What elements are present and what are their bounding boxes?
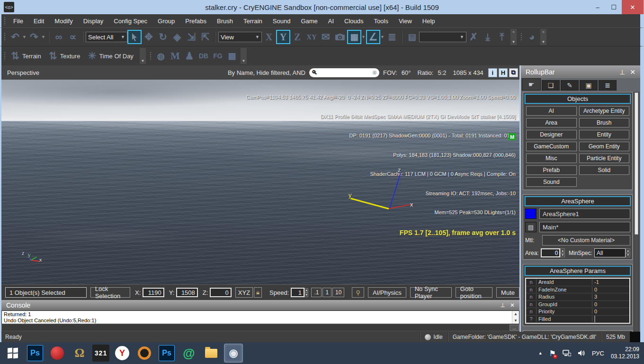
rollup-scrollbar[interactable] (634, 92, 639, 332)
redo-dropdown-icon[interactable]: ▼ (41, 35, 46, 39)
menu-tools[interactable]: Tools (369, 15, 394, 27)
terrain-button[interactable]: ⇅Terrain (8, 49, 41, 63)
move-tool-icon[interactable]: ✥ (142, 30, 156, 44)
objects-header[interactable]: Objects (525, 94, 630, 103)
object-button-prefab[interactable]: Prefab (526, 165, 577, 175)
hidden-icons-arrow[interactable]: ▲ (538, 351, 543, 355)
menu-help[interactable]: Help (417, 15, 440, 27)
param-row-fadeinzone[interactable]: nFadeInZone0 (526, 286, 629, 294)
perspective-viewport[interactable]: CamPos=1104.53 1465.75 41.42 Angl=-20 0 … (1, 80, 519, 284)
taskbar-mail-agent-icon[interactable]: @ (179, 344, 198, 363)
view-combo[interactable]: View▼ (218, 32, 262, 42)
selection-mode-combo[interactable]: Select All▼ (86, 32, 127, 42)
layer-field[interactable]: Main* (539, 222, 630, 232)
menu-ai[interactable]: AI (323, 15, 339, 27)
console-input-row[interactable]: ... (1, 324, 519, 331)
scroll-up-icon[interactable]: ▲ (514, 311, 518, 317)
param-row-groupid[interactable]: nGroupId0 (526, 301, 629, 309)
time-of-day-button[interactable]: ☀Time Of Day (85, 49, 133, 63)
pin-icon[interactable]: ⊥ (619, 68, 625, 76)
tab-modelling[interactable]: ✎ (561, 80, 579, 91)
named-selection-combo[interactable]: ▼ (419, 32, 466, 42)
object-button-geom-entity[interactable]: Geom Entity (579, 142, 630, 151)
texture-button[interactable]: ⇅Texture (46, 49, 80, 63)
object-button-gamecustom[interactable]: GameCustom (526, 142, 577, 151)
taskbar-orange-app-icon[interactable] (135, 344, 154, 363)
lock-z-axis-button[interactable]: Z (290, 30, 304, 44)
area-input[interactable]: 0 (541, 248, 561, 257)
snap-angle-icon[interactable]: ∠ (366, 30, 380, 44)
lock-y-axis-button[interactable]: Y (276, 30, 290, 44)
custom-material-button[interactable]: <No Custom Material> (542, 235, 630, 246)
fov-value[interactable]: 60° (402, 69, 411, 76)
areasphere-params-header[interactable]: AreaSphere Params (525, 266, 630, 275)
action-center-flag-icon[interactable]: ⚑✕ (549, 349, 556, 358)
snap-grid-icon[interactable]: ▦ (347, 30, 361, 44)
speed-spinner[interactable]: ▲▼ (304, 288, 308, 297)
export-level-icon[interactable]: ⤒ (495, 30, 509, 44)
tab-layers[interactable]: ≣ (599, 80, 617, 91)
undo-dropdown-icon[interactable]: ▼ (22, 35, 27, 39)
taskbar-clock[interactable]: 22:09 03.12.2013 (611, 346, 639, 360)
object-button-particle-entity[interactable]: Particle Entity (579, 154, 630, 163)
menu-display[interactable]: Display (78, 15, 109, 27)
toolbar-overflow[interactable]: ▼ (241, 48, 247, 64)
mute-button[interactable]: Mute (496, 287, 519, 298)
menu-brush[interactable]: Brush (212, 15, 238, 27)
link-icon[interactable]: ∞ (52, 30, 66, 44)
scrollbar-thumb[interactable] (635, 92, 638, 235)
ai-physics-button[interactable]: AI/Physics (368, 287, 406, 298)
area-spinner[interactable]: ▲▼ (560, 248, 565, 257)
resolution-value[interactable]: 1085 x 434 (453, 69, 483, 76)
start-button[interactable] (3, 344, 22, 363)
menu-prefabs[interactable]: Prefabs (180, 15, 212, 27)
lock-axis-icon[interactable]: 🔒︎ (254, 287, 262, 298)
tab-display[interactable]: ▣ (580, 80, 598, 91)
layout-grid-icon[interactable]: ▩ (225, 49, 239, 63)
save-level-icon[interactable]: ⤓ (481, 30, 495, 44)
named-selection-icon[interactable]: ▤ (405, 30, 419, 44)
speed-preset-1[interactable]: 1 (322, 288, 331, 297)
toolbar-grip[interactable] (4, 52, 6, 60)
minspec-spinner[interactable]: ▲▼ (626, 248, 630, 257)
x-coordinate-input[interactable]: 1190 (143, 288, 164, 297)
taskbar-yandex-icon[interactable]: Y (113, 344, 132, 363)
toolbar-overflow[interactable]: ▼ (140, 48, 146, 64)
tab-terrain[interactable]: ❏ (542, 80, 560, 91)
menu-config-spec[interactable]: Config Spec (108, 15, 152, 27)
menu-edit[interactable]: Edit (28, 15, 49, 27)
info-toggle-button[interactable]: i (488, 68, 497, 77)
scale-tool-icon[interactable]: ◈ (170, 30, 184, 44)
select-terrain-icon[interactable]: ⇱ (198, 30, 213, 44)
tab-objects[interactable]: ☛ (522, 78, 541, 91)
menu-terrain[interactable]: Terrain (238, 15, 268, 27)
taskbar-player321-icon[interactable]: 321 (92, 345, 109, 362)
taskbar-photoshop2-icon[interactable]: Ps (157, 344, 176, 363)
undo-icon[interactable]: ↶ (8, 30, 22, 44)
z-coordinate-input[interactable]: 0 (210, 288, 231, 297)
redo-icon[interactable]: ↷ (27, 30, 41, 44)
object-button-sound[interactable]: Sound (526, 177, 577, 187)
taskbar-cryengine-icon[interactable]: ◉ (224, 344, 243, 363)
volume-icon[interactable] (578, 350, 585, 356)
speed-preset-01[interactable]: .1 (311, 288, 322, 297)
follow-terrain-icon[interactable]: ✉ (319, 30, 333, 44)
database-view-icon[interactable]: DB (197, 49, 211, 63)
menu-game[interactable]: Game (295, 15, 322, 27)
object-button-designer[interactable]: Designer (526, 130, 577, 139)
snap-angle-dropdown-icon[interactable]: ▼ (380, 35, 385, 39)
menu-file[interactable]: File (8, 15, 28, 27)
flow-graph-icon[interactable]: FG (211, 49, 225, 63)
helpers-toggle-button[interactable]: H (499, 68, 508, 77)
clear-search-icon[interactable]: ⊗ (372, 69, 377, 76)
object-select-icon[interactable]: ◕ (525, 30, 539, 44)
menu-modify[interactable]: Modify (49, 15, 78, 27)
color-swatch[interactable] (525, 209, 537, 219)
character-editor-icon[interactable]: ♟ (182, 49, 197, 63)
y-coordinate-input[interactable]: 1508 (176, 288, 197, 297)
xyz-coords-button[interactable]: XYZ (235, 287, 253, 298)
toolbar-grip[interactable] (4, 33, 6, 41)
close-panel-icon[interactable]: ✕ (630, 68, 635, 76)
object-button-misc[interactable]: Misc (526, 154, 577, 163)
console-more-button[interactable]: ... (510, 325, 519, 331)
